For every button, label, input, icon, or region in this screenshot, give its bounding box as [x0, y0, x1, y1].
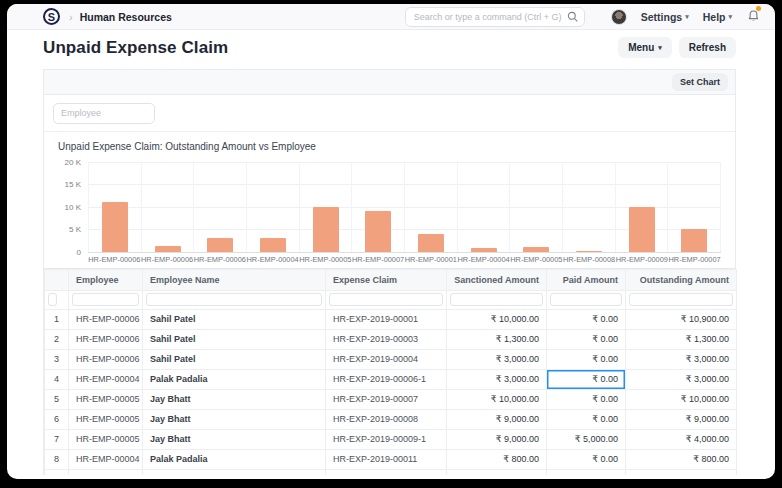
column-filter-cell — [45, 290, 69, 309]
column-filter-input[interactable] — [450, 293, 543, 306]
menu-button[interactable]: Menu ▾ — [618, 37, 672, 58]
notifications-button[interactable] — [748, 8, 759, 26]
cell-sanctioned-amount[interactable]: ₹ 1,300.00 — [447, 329, 547, 349]
row-number: 8 — [45, 449, 69, 469]
cell-employee-name[interactable]: Sahil Patel — [143, 349, 326, 369]
cell-expense-claim[interactable]: HR-EXP-2019-00001 — [326, 309, 447, 329]
cell-employee[interactable]: HR-EMP-00005 — [69, 429, 143, 449]
column-filter-input[interactable] — [629, 293, 733, 306]
column-header-expense-claim[interactable]: Expense Claim — [326, 269, 447, 290]
table-row: 7HR-EMP-00005Jay BhattHR-EXP-2019-00009-… — [45, 429, 737, 449]
chart-bar[interactable] — [629, 207, 655, 252]
cell-outstanding-amount[interactable]: ₹ 9,000.00 — [626, 409, 737, 429]
cell-sanctioned-amount[interactable]: ₹ 9,000.00 — [447, 429, 547, 449]
help-menu[interactable]: Help ▾ — [703, 11, 732, 23]
cell-employee-name[interactable]: Jay Bhatt — [143, 409, 326, 429]
cell-outstanding-amount[interactable]: ₹ 10,000.00 — [626, 389, 737, 409]
cell-sanctioned-amount[interactable]: ₹ 3,000.00 — [447, 369, 547, 389]
column-header-employee-name[interactable]: Employee Name — [143, 269, 326, 290]
cell-employee-name[interactable]: Sahil Patel — [143, 329, 326, 349]
chart-bar[interactable] — [207, 238, 233, 252]
cell-paid-amount[interactable]: ₹ 5,000.00 — [547, 429, 626, 449]
cell-expense-claim[interactable]: HR-EXP-2019-00007 — [326, 389, 447, 409]
cell-paid-amount[interactable]: ₹ 0.00 — [547, 309, 626, 329]
cell-outstanding-amount[interactable]: ₹ 3,000.00 — [626, 349, 737, 369]
chart-bar[interactable] — [365, 211, 391, 252]
refresh-button[interactable]: Refresh — [679, 37, 736, 58]
empty-cell — [547, 469, 626, 475]
search-input[interactable] — [414, 12, 567, 22]
cell-sanctioned-amount[interactable]: ₹ 800.00 — [447, 449, 547, 469]
row-number: 4 — [45, 369, 69, 389]
column-filter-input[interactable] — [550, 293, 622, 306]
cell-sanctioned-amount[interactable]: ₹ 10,000.00 — [447, 309, 547, 329]
column-filter-cell — [69, 290, 143, 309]
column-filter-input[interactable] — [146, 293, 322, 306]
app-logo-icon[interactable]: S — [43, 8, 60, 25]
chart-bar[interactable] — [155, 246, 181, 252]
cell-paid-amount[interactable]: ₹ 0.00 — [547, 329, 626, 349]
cell-sanctioned-amount[interactable]: ₹ 3,000.00 — [447, 349, 547, 369]
cell-expense-claim[interactable]: HR-EXP-2019-00011 — [326, 449, 447, 469]
column-filter-input[interactable] — [48, 293, 57, 306]
y-axis-tick: 0 — [77, 247, 81, 256]
cell-outstanding-amount[interactable]: ₹ 4,000.00 — [626, 429, 737, 449]
chart-bar[interactable] — [681, 229, 707, 252]
cell-employee[interactable]: HR-EMP-00006 — [69, 309, 143, 329]
report-table: EmployeeEmployee NameExpense ClaimSancti… — [44, 268, 735, 476]
cell-paid-amount[interactable]: ₹ 0.00 — [547, 389, 626, 409]
chart-bar[interactable] — [260, 238, 286, 252]
filter-section — [44, 95, 735, 132]
row-number: 6 — [45, 409, 69, 429]
cell-sanctioned-amount[interactable]: ₹ 9,000.00 — [447, 409, 547, 429]
employee-filter-input[interactable] — [53, 103, 155, 124]
column-header-employee[interactable]: Employee — [69, 269, 143, 290]
cell-employee[interactable]: HR-EMP-00006 — [69, 329, 143, 349]
row-number-header — [45, 269, 69, 290]
cell-sanctioned-amount[interactable]: ₹ 10,000.00 — [447, 389, 547, 409]
global-search[interactable] — [405, 7, 585, 27]
cell-expense-claim[interactable]: HR-EXP-2019-00006-1 — [326, 369, 447, 389]
set-chart-button[interactable]: Set Chart — [672, 73, 728, 91]
column-header-paid-amount[interactable]: Paid Amount — [547, 269, 626, 290]
cell-outstanding-amount[interactable]: ₹ 800.00 — [626, 449, 737, 469]
cell-employee-name[interactable]: Jay Bhatt — [143, 429, 326, 449]
user-avatar[interactable] — [611, 9, 627, 25]
cell-employee[interactable]: HR-EMP-00005 — [69, 389, 143, 409]
cell-outstanding-amount[interactable]: ₹ 10,900.00 — [626, 309, 737, 329]
cell-expense-claim[interactable]: HR-EXP-2019-00009-1 — [326, 429, 447, 449]
cell-employee-name[interactable]: Jay Bhatt — [143, 389, 326, 409]
cell-employee[interactable]: HR-EMP-00004 — [69, 369, 143, 389]
chart-title: Unpaid Expense Claim: Outstanding Amount… — [58, 141, 721, 152]
chart-bar[interactable] — [102, 202, 128, 251]
cell-expense-claim[interactable]: HR-EXP-2019-00004 — [326, 349, 447, 369]
cell-expense-claim[interactable]: HR-EXP-2019-00003 — [326, 329, 447, 349]
chart-bar[interactable] — [523, 247, 549, 252]
chart-bar[interactable] — [471, 248, 497, 252]
chart-bar[interactable] — [313, 207, 339, 252]
cell-employee[interactable]: HR-EMP-00006 — [69, 349, 143, 369]
cell-expense-claim[interactable]: HR-EXP-2019-00008 — [326, 409, 447, 429]
chevron-right-icon: › — [69, 11, 73, 23]
column-filter-input[interactable] — [72, 293, 139, 306]
cell-employee-name[interactable]: Sahil Patel — [143, 309, 326, 329]
cell-paid-amount[interactable]: ₹ 0.00 — [547, 349, 626, 369]
cell-paid-amount[interactable]: ₹ 0.00 — [547, 449, 626, 469]
cell-outstanding-amount[interactable]: ₹ 1,300.00 — [626, 329, 737, 349]
breadcrumb[interactable]: Human Resources — [80, 11, 172, 23]
cell-employee[interactable]: HR-EMP-00004 — [69, 449, 143, 469]
chart-bar[interactable] — [418, 234, 444, 252]
column-filter-input[interactable] — [329, 293, 443, 306]
cell-paid-amount[interactable]: ₹ 0.00 — [547, 409, 626, 429]
x-axis-tick: HR-EMP-00007 — [668, 255, 721, 264]
column-header-outstanding-amount[interactable]: Outstanding Amount — [626, 269, 737, 290]
cell-outstanding-amount[interactable]: ₹ 3,000.00 — [626, 369, 737, 389]
cell-employee-name[interactable]: Palak Padalia — [143, 369, 326, 389]
settings-menu[interactable]: Settings ▾ — [641, 11, 689, 23]
cell-employee[interactable]: HR-EMP-00005 — [69, 409, 143, 429]
cell-employee-name[interactable]: Palak Padalia — [143, 449, 326, 469]
chart-bar[interactable] — [576, 251, 602, 252]
cell-paid-amount[interactable]: ₹ 0.00 — [547, 369, 626, 389]
column-header-sanctioned-amount[interactable]: Sanctioned Amount — [447, 269, 547, 290]
empty-cell — [447, 469, 547, 475]
